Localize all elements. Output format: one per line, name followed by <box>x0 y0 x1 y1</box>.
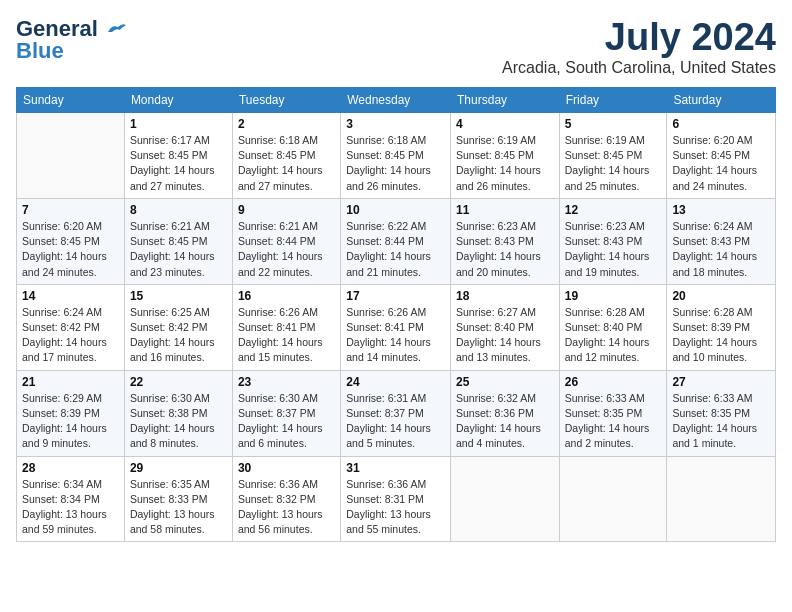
day-info: Sunrise: 6:21 AMSunset: 8:44 PMDaylight:… <box>238 219 335 280</box>
day-info: Sunrise: 6:30 AMSunset: 8:38 PMDaylight:… <box>130 391 227 452</box>
day-number: 3 <box>346 117 445 131</box>
month-title: July 2024 <box>502 16 776 59</box>
location-subtitle: Arcadia, South Carolina, United States <box>502 59 776 77</box>
day-info: Sunrise: 6:35 AMSunset: 8:33 PMDaylight:… <box>130 477 227 538</box>
day-number: 25 <box>456 375 554 389</box>
day-number: 14 <box>22 289 119 303</box>
table-row: 17 Sunrise: 6:26 AMSunset: 8:41 PMDaylig… <box>341 284 451 370</box>
table-row: 23 Sunrise: 6:30 AMSunset: 8:37 PMDaylig… <box>232 370 340 456</box>
day-number: 26 <box>565 375 662 389</box>
header-saturday: Saturday <box>667 88 776 113</box>
day-info: Sunrise: 6:33 AMSunset: 8:35 PMDaylight:… <box>565 391 662 452</box>
day-info: Sunrise: 6:18 AMSunset: 8:45 PMDaylight:… <box>238 133 335 194</box>
day-number: 7 <box>22 203 119 217</box>
table-row: 11 Sunrise: 6:23 AMSunset: 8:43 PMDaylig… <box>451 198 560 284</box>
weekday-header-row: Sunday Monday Tuesday Wednesday Thursday… <box>17 88 776 113</box>
day-number: 27 <box>672 375 770 389</box>
table-row: 9 Sunrise: 6:21 AMSunset: 8:44 PMDayligh… <box>232 198 340 284</box>
table-row <box>559 456 667 542</box>
table-row: 27 Sunrise: 6:33 AMSunset: 8:35 PMDaylig… <box>667 370 776 456</box>
table-row: 26 Sunrise: 6:33 AMSunset: 8:35 PMDaylig… <box>559 370 667 456</box>
calendar-week-row: 14 Sunrise: 6:24 AMSunset: 8:42 PMDaylig… <box>17 284 776 370</box>
day-number: 9 <box>238 203 335 217</box>
table-row: 15 Sunrise: 6:25 AMSunset: 8:42 PMDaylig… <box>124 284 232 370</box>
day-number: 31 <box>346 461 445 475</box>
table-row: 12 Sunrise: 6:23 AMSunset: 8:43 PMDaylig… <box>559 198 667 284</box>
header-wednesday: Wednesday <box>341 88 451 113</box>
day-info: Sunrise: 6:25 AMSunset: 8:42 PMDaylight:… <box>130 305 227 366</box>
day-number: 6 <box>672 117 770 131</box>
table-row: 4 Sunrise: 6:19 AMSunset: 8:45 PMDayligh… <box>451 113 560 199</box>
day-info: Sunrise: 6:23 AMSunset: 8:43 PMDaylight:… <box>565 219 662 280</box>
table-row: 19 Sunrise: 6:28 AMSunset: 8:40 PMDaylig… <box>559 284 667 370</box>
table-row: 21 Sunrise: 6:29 AMSunset: 8:39 PMDaylig… <box>17 370 125 456</box>
day-info: Sunrise: 6:20 AMSunset: 8:45 PMDaylight:… <box>22 219 119 280</box>
title-block: July 2024 Arcadia, South Carolina, Unite… <box>502 16 776 77</box>
day-number: 29 <box>130 461 227 475</box>
day-number: 17 <box>346 289 445 303</box>
table-row: 22 Sunrise: 6:30 AMSunset: 8:38 PMDaylig… <box>124 370 232 456</box>
table-row <box>451 456 560 542</box>
header-tuesday: Tuesday <box>232 88 340 113</box>
day-info: Sunrise: 6:30 AMSunset: 8:37 PMDaylight:… <box>238 391 335 452</box>
day-info: Sunrise: 6:28 AMSunset: 8:40 PMDaylight:… <box>565 305 662 366</box>
table-row <box>17 113 125 199</box>
day-info: Sunrise: 6:21 AMSunset: 8:45 PMDaylight:… <box>130 219 227 280</box>
table-row: 2 Sunrise: 6:18 AMSunset: 8:45 PMDayligh… <box>232 113 340 199</box>
table-row: 5 Sunrise: 6:19 AMSunset: 8:45 PMDayligh… <box>559 113 667 199</box>
day-number: 10 <box>346 203 445 217</box>
table-row: 30 Sunrise: 6:36 AMSunset: 8:32 PMDaylig… <box>232 456 340 542</box>
day-number: 18 <box>456 289 554 303</box>
table-row: 14 Sunrise: 6:24 AMSunset: 8:42 PMDaylig… <box>17 284 125 370</box>
day-info: Sunrise: 6:24 AMSunset: 8:42 PMDaylight:… <box>22 305 119 366</box>
header-sunday: Sunday <box>17 88 125 113</box>
table-row: 13 Sunrise: 6:24 AMSunset: 8:43 PMDaylig… <box>667 198 776 284</box>
day-info: Sunrise: 6:19 AMSunset: 8:45 PMDaylight:… <box>456 133 554 194</box>
table-row: 29 Sunrise: 6:35 AMSunset: 8:33 PMDaylig… <box>124 456 232 542</box>
table-row: 31 Sunrise: 6:36 AMSunset: 8:31 PMDaylig… <box>341 456 451 542</box>
day-info: Sunrise: 6:33 AMSunset: 8:35 PMDaylight:… <box>672 391 770 452</box>
day-number: 23 <box>238 375 335 389</box>
table-row: 1 Sunrise: 6:17 AMSunset: 8:45 PMDayligh… <box>124 113 232 199</box>
header-thursday: Thursday <box>451 88 560 113</box>
day-number: 19 <box>565 289 662 303</box>
table-row: 6 Sunrise: 6:20 AMSunset: 8:45 PMDayligh… <box>667 113 776 199</box>
table-row: 24 Sunrise: 6:31 AMSunset: 8:37 PMDaylig… <box>341 370 451 456</box>
day-number: 1 <box>130 117 227 131</box>
day-info: Sunrise: 6:23 AMSunset: 8:43 PMDaylight:… <box>456 219 554 280</box>
day-number: 12 <box>565 203 662 217</box>
day-info: Sunrise: 6:29 AMSunset: 8:39 PMDaylight:… <box>22 391 119 452</box>
day-number: 11 <box>456 203 554 217</box>
table-row: 7 Sunrise: 6:20 AMSunset: 8:45 PMDayligh… <box>17 198 125 284</box>
day-info: Sunrise: 6:17 AMSunset: 8:45 PMDaylight:… <box>130 133 227 194</box>
day-info: Sunrise: 6:28 AMSunset: 8:39 PMDaylight:… <box>672 305 770 366</box>
day-number: 8 <box>130 203 227 217</box>
day-info: Sunrise: 6:36 AMSunset: 8:32 PMDaylight:… <box>238 477 335 538</box>
day-number: 30 <box>238 461 335 475</box>
calendar-week-row: 28 Sunrise: 6:34 AMSunset: 8:34 PMDaylig… <box>17 456 776 542</box>
day-info: Sunrise: 6:26 AMSunset: 8:41 PMDaylight:… <box>346 305 445 366</box>
day-number: 4 <box>456 117 554 131</box>
table-row: 3 Sunrise: 6:18 AMSunset: 8:45 PMDayligh… <box>341 113 451 199</box>
day-number: 5 <box>565 117 662 131</box>
table-row: 8 Sunrise: 6:21 AMSunset: 8:45 PMDayligh… <box>124 198 232 284</box>
table-row <box>667 456 776 542</box>
day-number: 28 <box>22 461 119 475</box>
table-row: 20 Sunrise: 6:28 AMSunset: 8:39 PMDaylig… <box>667 284 776 370</box>
day-info: Sunrise: 6:32 AMSunset: 8:36 PMDaylight:… <box>456 391 554 452</box>
day-number: 2 <box>238 117 335 131</box>
day-info: Sunrise: 6:27 AMSunset: 8:40 PMDaylight:… <box>456 305 554 366</box>
header-friday: Friday <box>559 88 667 113</box>
day-info: Sunrise: 6:36 AMSunset: 8:31 PMDaylight:… <box>346 477 445 538</box>
day-number: 22 <box>130 375 227 389</box>
table-row: 16 Sunrise: 6:26 AMSunset: 8:41 PMDaylig… <box>232 284 340 370</box>
day-info: Sunrise: 6:19 AMSunset: 8:45 PMDaylight:… <box>565 133 662 194</box>
day-info: Sunrise: 6:18 AMSunset: 8:45 PMDaylight:… <box>346 133 445 194</box>
calendar-week-row: 1 Sunrise: 6:17 AMSunset: 8:45 PMDayligh… <box>17 113 776 199</box>
table-row: 28 Sunrise: 6:34 AMSunset: 8:34 PMDaylig… <box>17 456 125 542</box>
day-info: Sunrise: 6:34 AMSunset: 8:34 PMDaylight:… <box>22 477 119 538</box>
day-info: Sunrise: 6:26 AMSunset: 8:41 PMDaylight:… <box>238 305 335 366</box>
calendar-week-row: 7 Sunrise: 6:20 AMSunset: 8:45 PMDayligh… <box>17 198 776 284</box>
calendar-week-row: 21 Sunrise: 6:29 AMSunset: 8:39 PMDaylig… <box>17 370 776 456</box>
logo-line2: Blue <box>16 38 64 64</box>
